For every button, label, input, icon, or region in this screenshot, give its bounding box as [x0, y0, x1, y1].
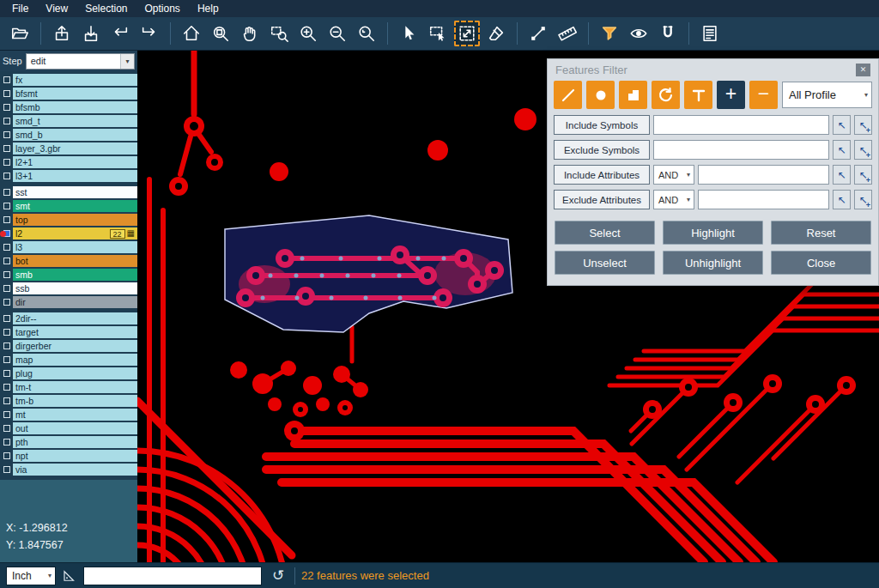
- layer-checkbox[interactable]: [0, 156, 13, 168]
- layer-row-l2+1[interactable]: l2+1: [0, 156, 137, 168]
- layer-label-top[interactable]: top: [13, 214, 137, 226]
- close-button[interactable]: Close: [771, 251, 871, 275]
- pick-attribute-button[interactable]: ↖: [833, 165, 851, 185]
- layer-checkbox[interactable]: [0, 436, 13, 448]
- layer-checkbox-box[interactable]: [3, 90, 10, 97]
- layer-checkbox[interactable]: [0, 340, 13, 352]
- layer-checkbox-box[interactable]: [3, 131, 10, 138]
- layer-row-l3[interactable]: l3: [0, 241, 137, 253]
- pick-symbol-button[interactable]: ↖: [833, 140, 851, 160]
- select-features-button[interactable]: [454, 21, 480, 46]
- layer-checkbox-box[interactable]: [3, 285, 10, 292]
- export-up-button[interactable]: [49, 21, 75, 46]
- refresh-icon[interactable]: ↺: [268, 567, 288, 585]
- zoom-reset-button[interactable]: [354, 21, 379, 46]
- report-list-button[interactable]: [697, 21, 723, 46]
- zoom-fit-button[interactable]: [208, 21, 233, 46]
- add-filter-button[interactable]: +: [717, 81, 745, 109]
- layer-row-dirgerber[interactable]: dirgerber: [0, 340, 137, 352]
- highlight-button[interactable]: Highlight: [663, 221, 763, 245]
- layer-label-via[interactable]: via: [13, 464, 137, 476]
- exclude-attributes-and-dropdown[interactable]: AND ▾: [653, 190, 694, 209]
- layer-label-bot[interactable]: bot: [13, 255, 137, 267]
- layer-checkbox-box[interactable]: [3, 104, 10, 111]
- text-feature-button[interactable]: [684, 81, 712, 109]
- remove-filter-button[interactable]: −: [749, 81, 778, 109]
- layer-row-dir[interactable]: dir: [0, 296, 137, 308]
- chevron-down-icon[interactable]: ▾: [120, 54, 134, 69]
- layer-checkbox[interactable]: [0, 115, 13, 127]
- layer-checkbox[interactable]: [0, 354, 13, 366]
- layer-checkbox[interactable]: [0, 170, 13, 182]
- dialog-titlebar[interactable]: Features Filter ✕: [548, 59, 878, 80]
- layer-checkbox[interactable]: [0, 186, 13, 198]
- layer-label-2dir--[interactable]: 2dir--: [13, 312, 137, 324]
- layer-row-npt[interactable]: npt: [0, 450, 137, 462]
- select-rect-button[interactable]: [425, 21, 451, 46]
- zoom-out-button[interactable]: [324, 21, 350, 46]
- layer-checkbox-box[interactable]: [3, 216, 10, 223]
- pad-feature-button[interactable]: [586, 81, 615, 109]
- layer-checkbox-box[interactable]: [3, 466, 10, 473]
- layer-checkbox-box[interactable]: [3, 244, 10, 251]
- exclude-attributes-button[interactable]: Exclude Attributes: [554, 190, 650, 209]
- exclude-attributes-field[interactable]: [698, 190, 829, 209]
- angle-measure-icon[interactable]: [62, 568, 77, 584]
- view-eye-button[interactable]: [626, 21, 652, 46]
- layer-row-via[interactable]: via: [0, 464, 137, 476]
- layer-row-pth[interactable]: pth: [0, 436, 137, 448]
- pick-symbol-button[interactable]: ↖: [833, 115, 851, 135]
- layer-checkbox-box[interactable]: [3, 299, 10, 306]
- layer-checkbox[interactable]: [0, 312, 13, 324]
- layer-checkbox-box[interactable]: [3, 159, 10, 166]
- include-attributes-field[interactable]: [698, 165, 829, 185]
- layer-row-tm-t[interactable]: tm-t: [0, 381, 137, 393]
- zoom-window-button[interactable]: [266, 21, 292, 46]
- include-attributes-and-dropdown[interactable]: AND ▾: [653, 165, 694, 185]
- layer-checkbox[interactable]: [0, 282, 13, 294]
- layer-checkbox-box[interactable]: [3, 258, 10, 264]
- layer-label-l2[interactable]: l222▦: [13, 227, 137, 239]
- layer-label-fx[interactable]: fx: [13, 74, 137, 86]
- layer-label-pth[interactable]: pth: [13, 436, 137, 448]
- layer-checkbox[interactable]: [0, 422, 13, 434]
- layer-checkbox[interactable]: [0, 227, 13, 239]
- layer-checkbox[interactable]: [0, 214, 13, 226]
- layer-row-2dir--[interactable]: 2dir--: [0, 312, 137, 324]
- surface-feature-button[interactable]: [619, 81, 647, 109]
- layer-label-dir[interactable]: dir: [13, 296, 137, 308]
- menu-item-view[interactable]: View: [37, 1, 76, 16]
- unit-dropdown[interactable]: Inch ▾: [6, 567, 56, 585]
- layer-row-tm-b[interactable]: tm-b: [0, 395, 137, 407]
- filter-funnel-button[interactable]: [597, 21, 622, 46]
- layer-label-target[interactable]: target: [13, 326, 137, 338]
- layer-row-bot[interactable]: bot: [0, 255, 137, 267]
- layer-label-l2+1[interactable]: l2+1: [13, 156, 137, 168]
- layer-label-out[interactable]: out: [13, 422, 137, 434]
- command-input[interactable]: [83, 567, 262, 585]
- layer-checkbox[interactable]: [0, 74, 13, 86]
- layer-label-plug[interactable]: plug: [13, 367, 137, 379]
- menu-item-selection[interactable]: Selection: [76, 1, 136, 16]
- include-symbols-button[interactable]: Include Symbols: [554, 115, 650, 135]
- layer-checkbox[interactable]: [0, 296, 13, 308]
- layer-checkbox-box[interactable]: [3, 173, 10, 179]
- layer-checkbox-box[interactable]: [3, 118, 10, 124]
- layer-checkbox-box[interactable]: [3, 189, 10, 196]
- close-icon[interactable]: ✕: [856, 64, 870, 76]
- menu-item-options[interactable]: Options: [136, 1, 189, 16]
- layer-label-npt[interactable]: npt: [13, 450, 137, 462]
- layer-label-tm-t[interactable]: tm-t: [13, 381, 137, 393]
- layer-checkbox[interactable]: [0, 88, 13, 100]
- import-down-button[interactable]: [78, 21, 104, 46]
- menu-item-file[interactable]: File: [3, 1, 37, 16]
- layer-label-dirgerber[interactable]: dirgerber: [13, 340, 137, 352]
- layer-checkbox-box[interactable]: [3, 439, 10, 446]
- layer-checkbox-box[interactable]: [3, 397, 10, 404]
- layer-row-l3+1[interactable]: l3+1: [0, 170, 137, 182]
- return-right-button[interactable]: [136, 21, 162, 46]
- layer-checkbox-box[interactable]: [3, 329, 10, 336]
- layer-label-ssb[interactable]: ssb: [13, 282, 137, 294]
- exclude-symbols-field[interactable]: [653, 140, 829, 160]
- layer-checkbox-box[interactable]: [3, 384, 10, 391]
